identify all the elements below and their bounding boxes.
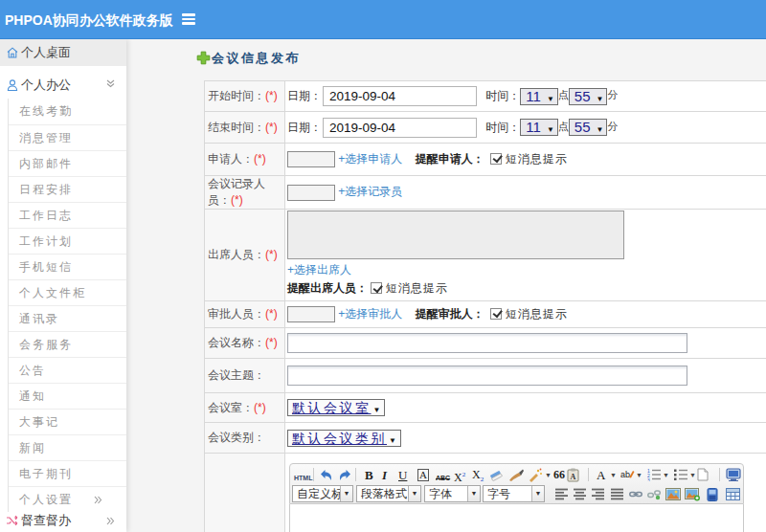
svg-text:ab: ab [620, 470, 630, 479]
svg-text:3: 3 [647, 477, 650, 482]
svg-text:A: A [571, 473, 576, 481]
